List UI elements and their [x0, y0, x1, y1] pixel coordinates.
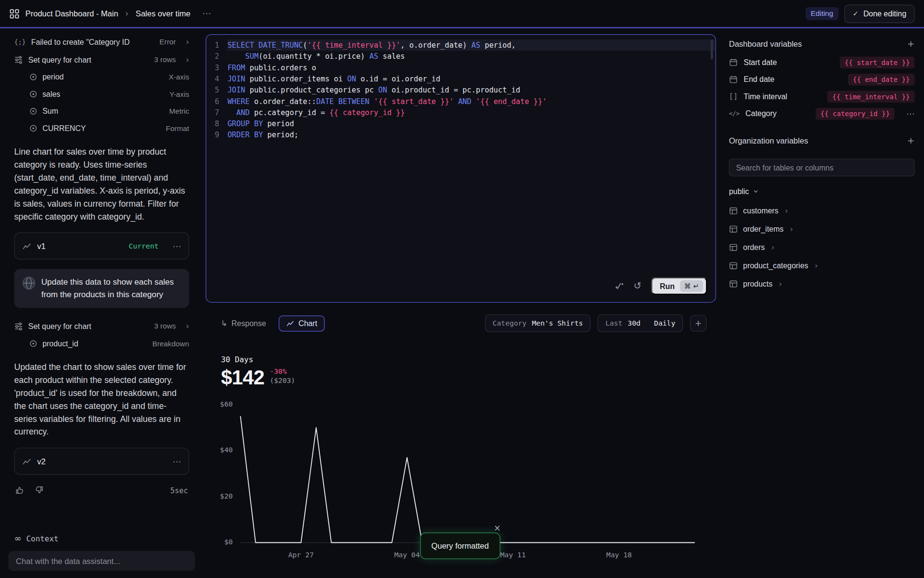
code-line[interactable]: 6WHERE o.order_date::DATE BETWEEN '{{ st…	[206, 95, 716, 106]
time-range-value: 30d	[628, 319, 641, 327]
thumbs-up-icon[interactable]	[15, 486, 25, 495]
version-more-icon[interactable]: ⋯	[173, 241, 181, 251]
sql-editor[interactable]: 1SELECT DATE_TRUNC('{{ time_interval }}'…	[205, 34, 716, 302]
chat-input-wrap	[8, 551, 195, 571]
variable-more-icon[interactable]: ⋯	[906, 109, 914, 118]
field-role: Breakdown	[152, 340, 189, 348]
y-tick-label: $20	[208, 492, 232, 500]
run-query-button[interactable]: Run ⌘ ↵	[651, 277, 707, 295]
page-more-icon[interactable]: ⋯	[202, 8, 211, 19]
org-variables-title: Organization variables	[729, 136, 808, 144]
line-number: 4	[206, 73, 228, 84]
query-tool-row-2[interactable]: Set query for chart 3 rows ›	[14, 317, 189, 335]
variable-value-pill[interactable]: {{ start_date }}	[840, 56, 914, 68]
chevron-right-icon: ›	[771, 243, 774, 251]
field-row-period[interactable]: period X-axis	[14, 68, 189, 86]
add-dashboard-variable-button[interactable]: +	[907, 39, 914, 49]
dashboard-logo-icon[interactable]	[10, 9, 20, 19]
user-message-text: Update this data to show each sales from…	[41, 276, 181, 301]
version-card-v2[interactable]: v2 ⋯	[14, 447, 189, 474]
done-editing-button[interactable]: ✓ Done editing	[845, 4, 915, 23]
variable-value-pill[interactable]: {{ time_interval }}	[828, 91, 915, 102]
run-shortcut-keys: ⌘ ↵	[680, 280, 703, 292]
tab-response[interactable]: ↳ Response	[215, 315, 272, 331]
thumbs-down-icon[interactable]	[34, 486, 44, 495]
circle-dot-icon	[29, 90, 37, 98]
code-line[interactable]: 2 SUM(oi.quantity * oi.price) AS sales	[206, 51, 716, 62]
line-number: 9	[206, 129, 228, 140]
variable-row-start-date[interactable]: Start date {{ start_date }}	[729, 53, 915, 71]
time-range-filter[interactable]: Last 30d Daily	[598, 315, 683, 332]
app-window: Product Dashboard - Main › Sales over ti…	[0, 0, 924, 578]
y-tick-label: $60	[208, 400, 232, 408]
feedback-row: 5sec	[15, 486, 188, 495]
close-icon[interactable]: ×	[494, 523, 500, 533]
chart-delta: -30%	[270, 368, 295, 376]
chevron-right-icon: ›	[186, 55, 189, 65]
variable-row-category[interactable]: </> Category {{ category_id }} ⋯	[729, 105, 915, 122]
field-label: sales	[42, 90, 60, 98]
table-row-order-items[interactable]: order_items ›	[729, 220, 915, 238]
assistant-message-1: Line chart for sales over time by produc…	[14, 145, 189, 223]
x-tick-label: May 18	[606, 551, 632, 559]
table-name: customers	[743, 207, 778, 215]
context-row[interactable]: ∞ Context	[14, 533, 58, 544]
field-label: Sum	[42, 107, 58, 116]
editor-scrollbar[interactable]	[711, 39, 713, 60]
sales-line-chart	[239, 400, 695, 546]
field-row-sales[interactable]: sales Y-axis	[14, 86, 189, 103]
line-number: 3	[206, 62, 228, 73]
format-sql-icon[interactable]	[615, 281, 624, 291]
category-filter-label: Category	[492, 319, 526, 327]
category-filter[interactable]: Category Men's Shirts	[485, 315, 590, 332]
field-row-sum[interactable]: Sum Metric	[14, 103, 189, 120]
editor-actions: ↺ Run ⌘ ↵	[615, 277, 707, 295]
cmd-key-icon: ⌘	[684, 282, 691, 290]
code-line[interactable]: 1SELECT DATE_TRUNC('{{ time_interval }}'…	[206, 39, 716, 51]
query-tool-row[interactable]: Set query for chart 3 rows ›	[14, 51, 189, 68]
schema-name: public	[729, 187, 749, 196]
schema-selector[interactable]: public	[729, 187, 915, 196]
error-tool-row[interactable]: {;} Failed to create "Category ID... Err…	[14, 33, 189, 51]
chat-input[interactable]	[8, 551, 195, 571]
x-tick-label: May 04	[394, 551, 420, 559]
dashboard-variable-list: Start date {{ start_date }} End date {{ …	[729, 53, 915, 122]
version-more-icon[interactable]: ⋯	[173, 457, 181, 466]
variable-label: End date	[744, 75, 774, 84]
table-row-product-categories[interactable]: product_categories ›	[729, 257, 915, 275]
table-name: products	[743, 279, 772, 288]
add-filter-button[interactable]: +	[690, 315, 706, 331]
field-label: CURRENCY	[42, 124, 86, 132]
variable-row-end-date[interactable]: End date {{ end_date }}	[729, 71, 915, 88]
code-line[interactable]: 5JOIN public.product_categories pc ON oi…	[206, 84, 716, 95]
code-line[interactable]: 8GROUP BY period	[206, 118, 716, 129]
version-label: v1	[37, 241, 45, 250]
history-icon[interactable]: ↺	[634, 281, 642, 291]
query-icon	[14, 322, 23, 330]
breadcrumb-dashboard[interactable]: Product Dashboard - Main	[26, 9, 118, 18]
breadcrumb-page[interactable]: Sales over time	[136, 9, 191, 18]
version-card-v1[interactable]: v1 Current ⋯	[14, 232, 189, 259]
table-search-input[interactable]	[729, 158, 915, 176]
add-org-variable-button[interactable]: +	[907, 135, 914, 145]
code-line[interactable]: 7 AND pc.category_id = {{ category_id }}	[206, 107, 716, 118]
table-row-products[interactable]: products ›	[729, 275, 915, 293]
code-line[interactable]: 3FROM public.orders o	[206, 62, 716, 73]
user-message-bubble: Update this data to show each sales from…	[14, 269, 189, 308]
response-arrow-icon: ↳	[221, 319, 227, 328]
chevron-down-icon	[753, 188, 759, 195]
line-number: 7	[206, 107, 228, 118]
variable-value-pill[interactable]: {{ end_date }}	[848, 73, 914, 85]
table-row-orders[interactable]: orders ›	[729, 238, 915, 257]
table-icon	[729, 261, 738, 270]
line-number: 6	[206, 95, 228, 106]
code-line[interactable]: 4JOIN public.order_items oi ON o.id = oi…	[206, 73, 716, 84]
variable-row-time-interval[interactable]: Time interval {{ time_interval }}	[729, 88, 915, 105]
tab-chart[interactable]: Chart	[279, 315, 325, 331]
table-row-customers[interactable]: customers ›	[729, 202, 915, 220]
field-row-product-id[interactable]: product_id Breakdown	[14, 335, 189, 353]
field-row-currency[interactable]: CURRENCY Format	[14, 120, 189, 137]
tab-chart-label: Chart	[298, 319, 317, 328]
variable-value-pill[interactable]: {{ category_id }}	[816, 107, 895, 119]
code-line[interactable]: 9ORDER BY period;	[206, 129, 716, 140]
